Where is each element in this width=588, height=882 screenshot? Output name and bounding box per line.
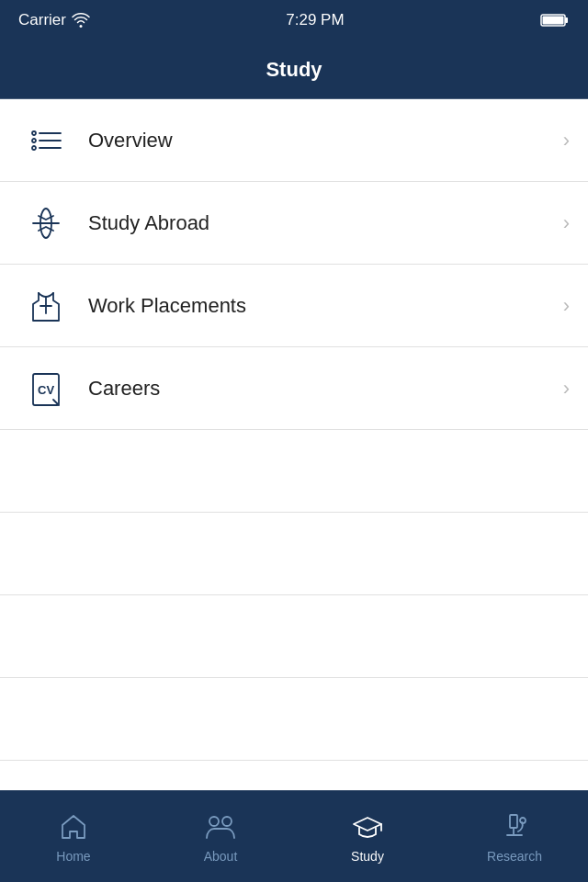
svg-point-3 <box>32 131 36 135</box>
time-label: 7:29 PM <box>286 11 344 29</box>
svg-point-7 <box>32 146 36 150</box>
svg-point-15 <box>222 817 232 826</box>
tab-about-label: About <box>204 849 238 864</box>
tab-home-label: Home <box>56 849 90 864</box>
tab-about[interactable]: About <box>147 791 294 882</box>
svg-text:CV: CV <box>38 383 54 397</box>
empty-row-1 <box>0 430 588 513</box>
battery-icon <box>540 13 570 28</box>
cv-icon: CV <box>18 361 74 416</box>
page-title: Study <box>266 58 322 82</box>
svg-point-14 <box>209 817 219 826</box>
about-icon <box>204 810 237 843</box>
wifi-icon <box>72 13 90 28</box>
tab-home[interactable]: Home <box>0 791 147 882</box>
research-icon <box>498 810 531 843</box>
nav-header: Study <box>0 40 588 99</box>
careers-label: Careers <box>88 377 563 401</box>
tab-bar: Home About Study <box>0 790 588 882</box>
menu-item-careers[interactable]: CV Careers › <box>0 347 588 430</box>
overview-label: Overview <box>88 129 563 153</box>
carrier-info: Carrier <box>18 11 90 29</box>
svg-rect-1 <box>565 17 568 23</box>
list-icon <box>18 113 74 168</box>
empty-row-2 <box>0 513 588 595</box>
home-icon <box>57 810 90 843</box>
status-bar: Carrier 7:29 PM <box>0 0 588 40</box>
chevron-icon: › <box>563 377 570 401</box>
chevron-icon: › <box>563 294 570 318</box>
tab-study-label: Study <box>351 849 384 864</box>
chevron-icon: › <box>563 129 570 153</box>
empty-row-4 <box>0 678 588 761</box>
work-placements-label: Work Placements <box>88 294 563 318</box>
carrier-label: Carrier <box>18 11 66 29</box>
chevron-icon: › <box>563 211 570 235</box>
menu-list: Overview › Study Abroad › <box>0 99 588 761</box>
menu-item-study-abroad[interactable]: Study Abroad › <box>0 182 588 265</box>
empty-row-3 <box>0 595 588 678</box>
svg-marker-16 <box>354 818 381 831</box>
svg-point-5 <box>32 139 36 142</box>
tab-study[interactable]: Study <box>294 791 441 882</box>
tab-research[interactable]: Research <box>441 791 588 882</box>
svg-rect-18 <box>510 815 517 828</box>
plane-icon <box>18 196 74 251</box>
study-abroad-label: Study Abroad <box>88 211 563 235</box>
coat-icon <box>18 278 74 334</box>
tab-research-label: Research <box>487 849 542 864</box>
menu-item-work-placements[interactable]: Work Placements › <box>0 265 588 347</box>
menu-item-overview[interactable]: Overview › <box>0 99 588 182</box>
svg-rect-2 <box>542 17 563 25</box>
study-icon <box>351 810 384 843</box>
